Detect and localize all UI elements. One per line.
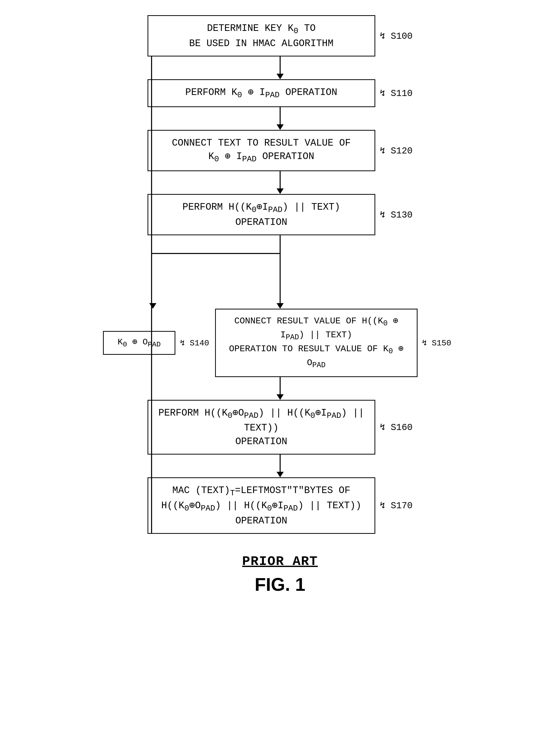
s160-text: PERFORM H((K0⊕OPAD) || H((K0⊕IPAD) || TE… [158, 407, 364, 447]
s130-text: PERFORM H((K0⊕IPAD) || TEXT)OPERATION [183, 201, 340, 228]
s140-box: K0 ⊕ OPAD [103, 331, 175, 355]
arrow-s100-s110 [280, 57, 281, 74]
right-vert-to-s150 [280, 253, 281, 304]
caption-figure: FIG. 1 [254, 574, 305, 595]
left-vert-to-s140 [151, 253, 152, 304]
s120-label: ↯ S120 [380, 145, 413, 156]
arrow-s160-s170 [280, 454, 281, 472]
arrow-s130-split [280, 235, 281, 253]
arrow-s150-down [280, 377, 281, 395]
arrow-left-head [149, 303, 156, 309]
s100-row: DETERMINE KEY K0 TOBE USED IN HMAC ALGOR… [103, 15, 457, 57]
s110-text: PERFORM K0 ⊕ IPAD OPERATION [185, 87, 337, 98]
caption-subtitle: PRIOR ART [242, 554, 318, 569]
s110-row: PERFORM K0 ⊕ IPAD OPERATION ↯ S110 [103, 79, 457, 107]
flowchart-diagram: DETERMINE KEY K0 TOBE USED IN HMAC ALGOR… [103, 15, 457, 595]
s140-text: K0 ⊕ OPAD [118, 337, 161, 347]
s100-box: DETERMINE KEY K0 TOBE USED IN HMAC ALGOR… [148, 15, 375, 57]
s110-box: PERFORM K0 ⊕ IPAD OPERATION [148, 79, 375, 107]
arrow-s110-s120 [280, 107, 281, 125]
s100-text: DETERMINE KEY K0 TOBE USED IN HMAC ALGOR… [189, 23, 333, 49]
s120-text: CONNECT TEXT TO RESULT VALUE OFK0 ⊕ IPAD… [172, 138, 351, 162]
s100-label: ↯ S100 [380, 30, 413, 41]
s170-row: MAC (TEXT)T=LEFTMOST"T"BYTES OFH((K0⊕OPA… [103, 477, 457, 534]
s130-row: PERFORM H((K0⊕IPAD) || TEXT)OPERATION ↯ … [103, 194, 457, 235]
s170-text: MAC (TEXT)T=LEFTMOST"T"BYTES OFH((K0⊕OPA… [161, 485, 361, 526]
s160-box: PERFORM H((K0⊕OPAD) || H((K0⊕IPAD) || TE… [148, 400, 375, 454]
s170-box: MAC (TEXT)T=LEFTMOST"T"BYTES OFH((K0⊕OPA… [148, 477, 375, 534]
s120-box: CONNECT TEXT TO RESULT VALUE OFK0 ⊕ IPAD… [148, 130, 375, 171]
s160-row: PERFORM H((K0⊕OPAD) || H((K0⊕IPAD) || TE… [103, 400, 457, 454]
arrow-right-head [277, 303, 284, 309]
s130-box: PERFORM H((K0⊕IPAD) || TEXT)OPERATION [148, 194, 375, 235]
s150-box: CONNECT RESULT VALUE OF H((K0 ⊕ IPAD) ||… [215, 309, 417, 377]
arrow-s120-s130 [280, 171, 281, 189]
s170-label: ↯ S170 [380, 500, 413, 511]
s160-label: ↯ S160 [380, 422, 413, 433]
s120-row: CONNECT TEXT TO RESULT VALUE OFK0 ⊕ IPAD… [103, 130, 457, 171]
s130-label: ↯ S130 [380, 209, 413, 220]
s150-area: CONNECT RESULT VALUE OF H((K0 ⊕ IPAD) ||… [209, 309, 457, 377]
s140-area: K0 ⊕ OPAD ↯ S140 [103, 331, 209, 355]
h-line-to-left [152, 253, 281, 254]
caption-area: PRIOR ART FIG. 1 [242, 554, 318, 595]
s110-label: ↯ S110 [380, 88, 413, 99]
s140-label: ↯ S140 [180, 338, 209, 348]
s150-text: CONNECT RESULT VALUE OF H((K0 ⊕ IPAD) ||… [229, 316, 404, 368]
s150-label: ↯ S150 [422, 338, 451, 348]
